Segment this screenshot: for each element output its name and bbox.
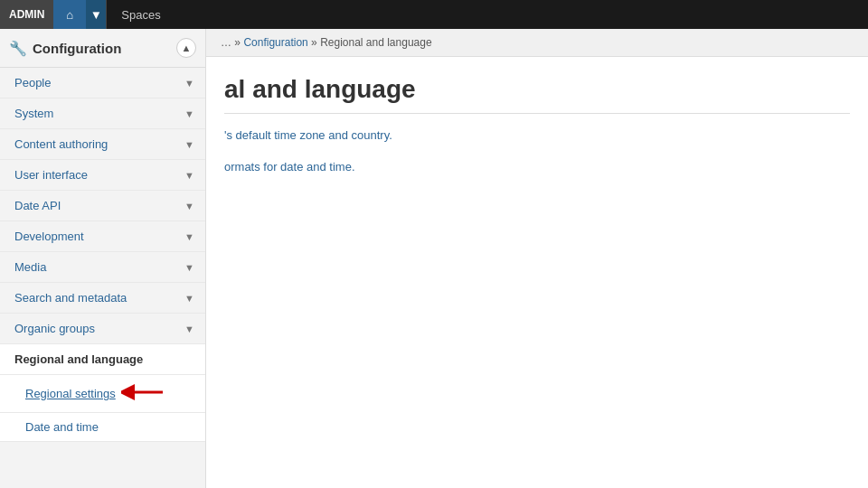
formats-section: ormats for date and time. xyxy=(206,160,868,192)
main-layout: 🔧 Configuration ▲ People ▼ System ▼ Cont… xyxy=(0,29,868,488)
breadcrumb: … » Configuration » Regional and languag… xyxy=(206,29,868,57)
sidebar-item-people[interactable]: People ▼ xyxy=(0,68,205,99)
up-icon: ▲ xyxy=(182,42,192,53)
title-divider xyxy=(224,113,850,114)
sidebar-sub-item-regional-settings[interactable]: Regional settings xyxy=(0,375,205,413)
sidebar-item-content-authoring[interactable]: Content authoring ▼ xyxy=(0,129,205,160)
top-nav: ADMIN ⌂ ▼ Spaces xyxy=(0,0,868,29)
sidebar-item-development[interactable]: Development ▼ xyxy=(0,221,205,252)
dropdown-arrow-icon: ▼ xyxy=(90,8,102,22)
sidebar-item-people-label: People xyxy=(14,76,184,89)
home-button[interactable]: ⌂ xyxy=(53,0,86,29)
sidebar-item-content-authoring-label: Content authoring xyxy=(14,137,184,151)
breadcrumb-sep1: » xyxy=(234,36,243,49)
breadcrumb-sep2: » xyxy=(311,36,320,49)
content-authoring-arrow-icon: ▼ xyxy=(184,139,194,150)
sidebar-item-search-metadata[interactable]: Search and metadata ▼ xyxy=(0,283,205,314)
sidebar-item-regional-language-label: Regional and language xyxy=(14,352,194,366)
spaces-label: Spaces xyxy=(121,8,160,22)
sidebar: 🔧 Configuration ▲ People ▼ System ▼ Cont… xyxy=(0,29,206,488)
formats-link[interactable]: ormats for date and time. xyxy=(224,160,355,174)
sidebar-item-system[interactable]: System ▼ xyxy=(0,99,205,129)
page-title: al and language xyxy=(206,57,868,113)
breadcrumb-config-link[interactable]: Configuration xyxy=(243,36,307,49)
sidebar-item-development-label: Development xyxy=(14,230,184,243)
red-arrow-annotation xyxy=(121,382,165,405)
sidebar-item-media[interactable]: Media ▼ xyxy=(0,252,205,283)
sidebar-title: Configuration xyxy=(33,41,176,56)
sidebar-item-media-label: Media xyxy=(14,260,184,274)
sidebar-sub-item-date-time[interactable]: Date and time xyxy=(0,413,205,442)
organic-groups-arrow-icon: ▼ xyxy=(184,324,194,334)
people-arrow-icon: ▼ xyxy=(184,78,194,89)
sidebar-up-button[interactable]: ▲ xyxy=(176,38,196,58)
breadcrumb-home: … xyxy=(221,36,231,49)
home-icon: ⌂ xyxy=(66,8,73,22)
sidebar-item-organic-groups-label: Organic groups xyxy=(14,322,184,335)
user-interface-arrow-icon: ▼ xyxy=(184,170,194,181)
development-arrow-icon: ▼ xyxy=(184,231,194,242)
regional-settings-label: Regional settings xyxy=(25,387,116,400)
timezone-section: 's default time zone and country. xyxy=(206,128,868,160)
timezone-desc: 's default time zone and country. xyxy=(224,128,850,142)
admin-button[interactable]: ADMIN xyxy=(0,0,53,29)
main-content: … » Configuration » Regional and languag… xyxy=(206,29,868,488)
config-icon: 🔧 xyxy=(9,40,27,57)
media-arrow-icon: ▼ xyxy=(184,262,194,273)
sidebar-item-user-interface[interactable]: User interface ▼ xyxy=(0,160,205,191)
system-arrow-icon: ▼ xyxy=(184,108,194,119)
breadcrumb-current: Regional and language xyxy=(320,36,431,49)
sidebar-item-search-metadata-label: Search and metadata xyxy=(14,291,184,305)
sidebar-item-date-api[interactable]: Date API ▼ xyxy=(0,191,205,221)
sidebar-item-user-interface-label: User interface xyxy=(14,168,184,182)
spaces-nav: Spaces xyxy=(106,0,175,29)
sidebar-item-organic-groups[interactable]: Organic groups ▼ xyxy=(0,314,205,344)
sidebar-header: 🔧 Configuration ▲ xyxy=(0,29,205,68)
date-time-label: Date and time xyxy=(25,420,99,434)
timezone-link[interactable]: 's default time zone and country. xyxy=(224,128,392,142)
formats-desc: ormats for date and time. xyxy=(224,160,850,174)
date-api-arrow-icon: ▼ xyxy=(184,201,194,211)
search-metadata-arrow-icon: ▼ xyxy=(184,293,194,304)
sidebar-item-system-label: System xyxy=(14,107,184,120)
nav-dropdown-button[interactable]: ▼ xyxy=(86,0,106,29)
sidebar-item-regional-language: Regional and language xyxy=(0,344,205,375)
sidebar-item-date-api-label: Date API xyxy=(14,199,184,212)
